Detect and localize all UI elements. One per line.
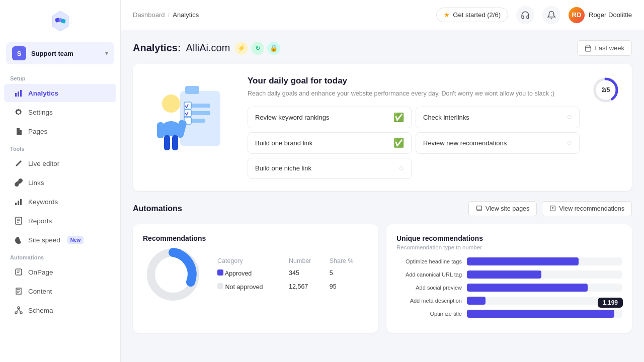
svg-point-22 [20, 312, 22, 314]
view-recommendations-button[interactable]: View recommendations [542, 201, 632, 216]
person-illustration [150, 76, 230, 161]
svg-line-24 [19, 309, 21, 312]
svg-rect-7 [15, 203, 17, 205]
illustration [145, 76, 235, 161]
sidebar-item-analytics[interactable]: Analytics [4, 84, 116, 102]
table-row-not-approved: Not approved 12,567 95 [213, 280, 368, 294]
goal-2-check: ○ [567, 112, 572, 122]
report-icon [14, 216, 23, 225]
daily-goal-subtitle: Reach daily goals and enhance your websi… [248, 89, 580, 99]
goal-4-check: ○ [567, 138, 572, 148]
bar-fill-5 [467, 310, 614, 318]
svg-rect-6 [20, 90, 22, 97]
bar-label-2: Add canonical URL tag [396, 272, 462, 278]
breadcrumb-separator: / [168, 11, 170, 19]
team-selector[interactable]: S Support team ▾ [6, 42, 114, 64]
goal-1-label: Review keyword rankings [255, 114, 329, 121]
bar-fill-2 [467, 270, 541, 279]
page-content: Analytics: AlliAi.com ⚡ ↻ 🔒 Last week [121, 30, 644, 362]
goal-5: Build one niche link ○ [248, 158, 412, 179]
svg-rect-4 [15, 93, 17, 97]
bar-row-3: Add social preview [396, 284, 622, 292]
sidebar-item-pages-label: Pages [28, 128, 47, 135]
page-title-area: Analytics: AlliAi.com ⚡ ↻ 🔒 [133, 42, 280, 55]
bar-tooltip-5: 1,199 [598, 298, 623, 308]
sidebar-item-onpage-label: OnPage [28, 268, 53, 276]
section-label-tools: Tools [0, 141, 120, 154]
daily-goal-title: Your daily goal for today [248, 76, 580, 86]
sidebar-item-schema-label: Schema [28, 307, 53, 314]
app-logo [48, 9, 72, 33]
donut-area: Category Number Share % Approved 345 5 [143, 244, 368, 305]
table-row-approved: Approved 345 5 [213, 266, 368, 280]
svg-point-3 [58, 18, 62, 22]
daily-goal-inner: Your daily goal for today Reach daily go… [145, 76, 620, 179]
svg-rect-14 [16, 269, 22, 275]
breadcrumb-parent[interactable]: Dashboard [133, 11, 165, 19]
headset-button[interactable] [516, 6, 534, 24]
bar-row-2: Add canonical URL tag [396, 270, 622, 279]
svg-point-20 [18, 307, 20, 309]
view-recommendations-label: View recommendations [559, 205, 624, 212]
svg-point-21 [15, 312, 17, 314]
main-area: Dashboard / Analytics ★ Get started (2/6… [121, 0, 644, 362]
number-not-approved: 12,567 [285, 280, 326, 294]
bar-row-4: Add meta description [396, 297, 622, 305]
breadcrumb: Dashboard / Analytics [133, 11, 199, 19]
date-range-button[interactable]: Last week [577, 40, 632, 56]
title-icons: ⚡ ↻ 🔒 [235, 42, 280, 55]
sidebar-item-links[interactable]: Links [4, 173, 116, 192]
goals-grid: Review keyword rankings ✅ Check interlin… [248, 107, 580, 179]
sidebar-item-keywords-label: Keywords [28, 198, 58, 206]
get-started-button[interactable]: ★ Get started (2/6) [436, 8, 508, 22]
bar-track-3 [467, 284, 622, 292]
sidebar-item-site-speed-label: Site speed [28, 236, 60, 244]
category-approved: Approved [225, 270, 252, 277]
sidebar-item-onpage[interactable]: OnPage [4, 263, 116, 281]
sidebar-item-reports-label: Reports [28, 217, 52, 225]
logo-area [0, 0, 120, 42]
dot-approved [217, 269, 223, 276]
view-site-pages-label: View site pages [486, 205, 529, 212]
user-menu[interactable]: RD Roger Doolittle [569, 7, 632, 23]
automations-header: Automations View site pages View recomme… [133, 201, 632, 216]
bar-label-3: Add social preview [396, 285, 462, 291]
goal-4-label: Review new recomendations [423, 139, 507, 147]
get-started-label: Get started (2/6) [453, 11, 501, 19]
sidebar-item-reports[interactable]: Reports [4, 212, 116, 230]
view-site-pages-button[interactable]: View site pages [468, 201, 537, 216]
sidebar-item-keywords[interactable]: Keywords [4, 193, 116, 211]
bar-chart: Optimize headline tags Add canonical URL… [396, 257, 622, 318]
sidebar-item-pages[interactable]: Pages [4, 122, 116, 140]
team-avatar: S [12, 46, 26, 60]
sidebar-item-schema[interactable]: Schema [4, 301, 116, 319]
bar-fill-4 [467, 297, 486, 305]
bolt-icon: ⚡ [235, 42, 248, 55]
goal-1: Review keyword rankings ✅ [248, 107, 412, 128]
svg-rect-38 [157, 122, 164, 138]
svg-rect-25 [586, 46, 591, 51]
svg-rect-5 [18, 92, 19, 97]
unique-rec-title: Unique recommendations [396, 234, 622, 242]
sidebar-item-content-label: Content [28, 288, 52, 295]
goal-2-label: Check interlinks [423, 114, 469, 121]
unique-rec-subtitle: Recommendation type to number [396, 244, 622, 250]
site-name: AlliAi.com [186, 42, 230, 54]
onpage-icon [14, 267, 23, 277]
sidebar-item-content[interactable]: Content [4, 282, 116, 300]
bar-row-5: Optimize title 1,199 [396, 310, 622, 318]
sidebar-item-links-label: Links [28, 179, 44, 187]
schema-icon [14, 306, 23, 315]
share-not-approved: 95 [326, 280, 368, 294]
page-header: Analytics: AlliAi.com ⚡ ↻ 🔒 Last week [133, 40, 632, 56]
bar-label-4: Add meta description [396, 298, 462, 304]
sidebar-item-live-editor[interactable]: Live editor [4, 154, 116, 172]
sidebar-item-live-editor-label: Live editor [28, 160, 59, 167]
sidebar-item-site-speed[interactable]: Site speed New [4, 231, 116, 249]
category-not-approved: Not approved [225, 284, 263, 291]
sidebar-item-settings[interactable]: Settings [4, 103, 116, 121]
donut-table: Category Number Share % Approved 345 5 [213, 255, 368, 294]
notifications-button[interactable] [542, 6, 560, 24]
refresh-icon: ↻ [251, 42, 264, 55]
bar-label-5: Optimize title [396, 311, 462, 317]
